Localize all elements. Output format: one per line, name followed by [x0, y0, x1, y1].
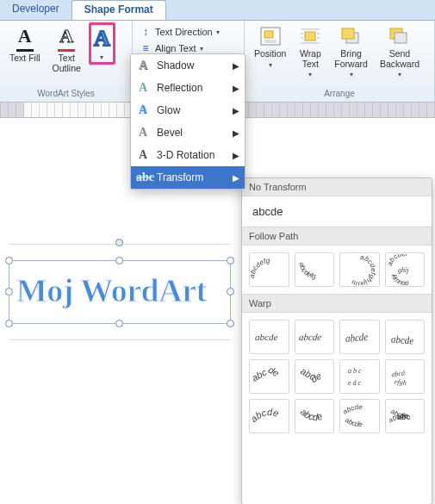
bevel-icon: A: [136, 126, 150, 140]
text-outline-button[interactable]: A Text Outline: [48, 22, 85, 76]
wrap-text-button[interactable]: Wrap Text ▾: [294, 22, 326, 81]
group-label-wordart: WordArt Styles: [5, 89, 127, 100]
chevron-down-icon: ▾: [350, 71, 353, 78]
svg-text:abcde: abcde: [298, 332, 322, 342]
transform-warp-tri-up[interactable]: abcde: [339, 320, 380, 354]
svg-text:abcde: abcde: [251, 407, 280, 424]
submenu-arrow-icon: ▶: [233, 173, 239, 183]
resize-handle[interactable]: [115, 320, 123, 327]
svg-text:abcdefg: abcdefg: [251, 257, 270, 278]
gallery-header-warp: Warp: [242, 294, 432, 313]
text-fill-icon: A: [18, 25, 32, 47]
gallery-item-abcde[interactable]: abcde: [242, 196, 432, 227]
resize-handle[interactable]: [227, 257, 234, 264]
resize-handle[interactable]: [115, 257, 123, 264]
menu-transform[interactable]: abc Transform▶: [131, 166, 245, 189]
transform-warp-plain[interactable]: abcde: [249, 320, 289, 354]
svg-rect-4: [305, 32, 315, 40]
menu-glow[interactable]: A Glow▶: [131, 99, 245, 121]
chevron-down-icon: ▾: [216, 28, 220, 36]
gallery-header-no-transform: No Transform: [242, 178, 432, 196]
group-arrange: Position ▾ Wrap Text ▾ Bring Forward ▾: [245, 21, 435, 102]
svg-text:abcde: abcde: [251, 364, 281, 383]
text-outline-icon: A: [59, 25, 73, 47]
text-effects-dropdown: A Shadow▶ A Reflection▶ A Glow▶ A Bevel▶…: [130, 53, 245, 190]
tab-shape-format[interactable]: Shape Format: [71, 0, 166, 20]
transform-button[interactable]: abcdefghijklmnop: [385, 252, 426, 287]
menu-bevel[interactable]: A Bevel▶: [131, 121, 245, 144]
text-fill-button[interactable]: A Text Fill: [5, 22, 45, 66]
transform-icon: abc: [136, 171, 150, 184]
resize-handle[interactable]: [5, 320, 13, 327]
chevron-down-icon: ▾: [269, 61, 272, 69]
submenu-arrow-icon: ▶: [233, 151, 239, 160]
text-direction-button[interactable]: ↕ Text Direction ▾: [138, 25, 239, 39]
transform-warp-ring-in[interactable]: a b ce d c: [339, 359, 380, 394]
transform-gallery: No Transform abcde Follow Path abcdefg a…: [241, 177, 432, 504]
svg-text:abcde: abcde: [255, 332, 277, 342]
transform-warp-arch-down[interactable]: abcde: [295, 399, 335, 433]
svg-text:a b c: a b c: [348, 367, 362, 375]
svg-rect-1: [264, 31, 273, 38]
svg-text:ghij: ghij: [398, 266, 409, 274]
submenu-arrow-icon: ▶: [233, 128, 239, 138]
text-direction-icon: ↕: [140, 26, 152, 38]
svg-text:abcde: abcde: [342, 403, 364, 416]
svg-text:abcde: abcde: [391, 333, 413, 347]
svg-text:abcdefghijklm: abcdefghijklm: [351, 254, 377, 285]
svg-text:abcdef: abcdef: [387, 254, 408, 267]
svg-text:efgh: efgh: [394, 377, 407, 387]
menu-reflection[interactable]: A Reflection▶: [131, 77, 245, 99]
resize-handle[interactable]: [5, 257, 13, 264]
ribbon-tabs: Developer Shape Format: [0, 0, 435, 21]
submenu-arrow-icon: ▶: [233, 61, 239, 71]
text-effects-button[interactable]: A ▾: [89, 22, 115, 65]
position-button[interactable]: Position ▾: [250, 22, 290, 72]
glow-icon: A: [136, 103, 150, 117]
chevron-down-icon: ▾: [308, 71, 312, 78]
svg-text:abcde: abcde: [344, 416, 363, 428]
align-text-icon: ≡: [140, 42, 152, 54]
gallery-header-follow-path: Follow Path: [242, 227, 432, 246]
svg-text:abcdefg: abcdefg: [298, 262, 317, 280]
wordart-text[interactable]: Moj WordArt: [9, 261, 230, 320]
wordart-selection[interactable]: Moj WordArt: [9, 260, 231, 324]
svg-text:klmnop: klmnop: [390, 273, 410, 285]
transform-arch-down[interactable]: abcdefg: [295, 252, 335, 287]
svg-text:abcde: abcde: [298, 407, 323, 422]
transform-warp-dbl-arch2[interactable]: abcdeabcabcde: [385, 399, 426, 433]
transform-warp-chev-up[interactable]: abcde: [249, 359, 289, 394]
menu-3d-rotation[interactable]: A 3-D Rotation▶: [131, 144, 245, 166]
chevron-down-icon: ▾: [100, 53, 103, 61]
shadow-icon: A: [136, 59, 150, 72]
rotation-3d-icon: A: [136, 148, 150, 162]
send-backward-icon: [388, 25, 412, 47]
resize-handle[interactable]: [5, 288, 13, 296]
transform-warp-ring-out[interactable]: abcdefgh: [385, 359, 426, 394]
resize-handle[interactable]: [227, 320, 234, 327]
send-backward-button[interactable]: Send Backward ▾: [376, 22, 424, 81]
svg-rect-14: [395, 33, 407, 43]
svg-text:abcde: abcde: [299, 365, 323, 384]
transform-warp-arch-up[interactable]: abcde: [249, 399, 289, 433]
group-wordart-styles: A Text Fill A Text Outline A ▾ WordArt S…: [0, 21, 133, 102]
rotate-handle[interactable]: [115, 239, 123, 246]
transform-warp-dbl-arch[interactable]: abcdeabcde: [339, 399, 380, 433]
submenu-arrow-icon: ▶: [233, 84, 239, 93]
chevron-down-icon: ▾: [398, 71, 401, 78]
reflection-icon: A: [136, 81, 150, 95]
transform-warp-chev-down[interactable]: abcde: [295, 359, 335, 394]
bring-forward-button[interactable]: Bring Forward ▾: [330, 22, 372, 81]
bring-forward-icon: [339, 25, 364, 47]
svg-rect-12: [342, 28, 354, 39]
transform-warp-tri-down[interactable]: abcde: [385, 320, 426, 354]
text-effects-icon: A: [94, 26, 110, 52]
tab-developer[interactable]: Developer: [0, 0, 71, 20]
transform-arch-up[interactable]: abcdefg: [249, 252, 289, 287]
resize-handle[interactable]: [227, 288, 234, 296]
transform-circle[interactable]: abcdefghijklm: [339, 252, 380, 287]
group-label-arrange: Arrange: [250, 89, 429, 100]
menu-shadow[interactable]: A Shadow▶: [131, 54, 245, 77]
transform-warp-stop[interactable]: abcde: [295, 320, 335, 354]
svg-text:abcd: abcd: [391, 369, 407, 378]
